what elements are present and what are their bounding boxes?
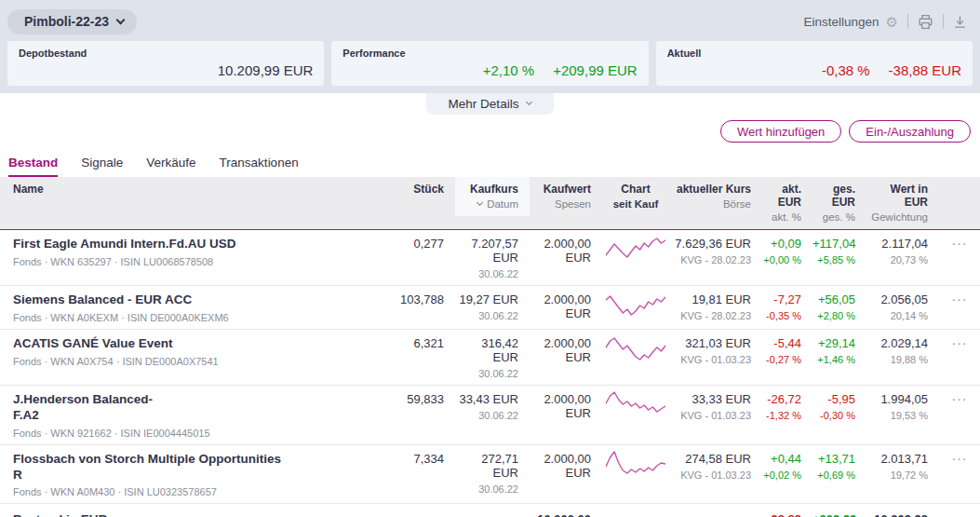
kaufkurs-value: 316,42 EUR [455, 336, 518, 364]
fund-name-link[interactable]: Flossbach von Storch Multiple Opportunit… [13, 452, 375, 483]
download-icon [953, 15, 967, 29]
boerse-date: KVG - 01.03.23 [669, 410, 751, 421]
settings-button[interactable]: Einstellungen ⚙ [803, 15, 898, 29]
summary-cards: Depotbestand 10.209,99 EUR Performance +… [7, 41, 973, 86]
wert-value: 2.117,04 [866, 237, 928, 251]
row-menu-button[interactable]: ··· [952, 237, 968, 250]
col-chart: Chart [602, 183, 669, 196]
row-menu-button[interactable]: ··· [952, 336, 968, 349]
print-button[interactable] [918, 14, 933, 30]
tab-signale[interactable]: Signale [81, 156, 123, 177]
wert-value: 1.994,05 [866, 392, 928, 406]
topbar: Pimboli-22-23 Einstellungen ⚙ [7, 7, 973, 35]
fund-name-link[interactable]: First Eagle Amundi Intern.Fd.AU USD [13, 237, 375, 252]
kaufwert-value: 2.000,00 EUR [530, 293, 602, 320]
fund-name-link[interactable]: ACATIS GANÉ Value Event [13, 336, 375, 352]
table-header: Name Stück Kaufkurs Datum Kaufwert Spese… [0, 177, 980, 230]
akt-eur-value: +0,44 [762, 452, 801, 466]
kaufkurs-value: 19,27 EUR [455, 293, 518, 306]
fund-meta: Fonds · WKN A0X754 · ISIN DE000A0X7541 [13, 356, 375, 367]
akt-pct-value: +0,02 % [762, 469, 801, 481]
akt-pct-value: -0,27 % [762, 354, 801, 365]
tab-transaktionen[interactable]: Transaktionen [220, 156, 299, 177]
kaufkurs-value: 272,71 EUR [455, 452, 518, 480]
kaufkurs-value: 33,43 EUR [455, 392, 518, 406]
portfolio-selector-label: Pimboli-22-23 [24, 14, 109, 29]
table-row: Siemens Balanced - EUR ACC Fonds · WKN A… [0, 286, 980, 330]
ges-pct-value: +2,80 % [812, 310, 855, 321]
boerse-date: KVG - 01.03.23 [669, 354, 751, 365]
sparkline-chart[interactable] [606, 235, 665, 263]
ges-pct-value: +5,85 % [812, 254, 855, 265]
tab-verkaeufe[interactable]: Verkäufe [146, 156, 195, 177]
card-aktuell: Aktuell -0,38 % -38,88 EUR [656, 41, 973, 86]
boerse-date: KVG - 28.02.23 [669, 254, 751, 265]
row-menu-button[interactable]: ··· [952, 392, 968, 405]
akt-eur-value: -7,27 [762, 293, 801, 306]
row-menu-button[interactable]: ··· [952, 293, 968, 306]
akt-pct-value: +0,00 % [762, 254, 801, 265]
sparkline-chart[interactable] [606, 291, 665, 319]
sparkline-chart[interactable] [606, 450, 665, 478]
boerse-date: KVG - 28.02.23 [669, 310, 751, 321]
akt-eur-value: -5,44 [762, 336, 801, 350]
fund-meta: Fonds · WKN A0KEXM · ISIN DE000A0KEXM6 [13, 312, 375, 323]
stueck-value: 59,833 [375, 392, 455, 406]
sort-chevron-down-icon [477, 198, 483, 205]
fund-meta: Fonds · WKN 635297 · ISIN LU0068578508 [13, 256, 375, 267]
gear-icon: ⚙ [886, 15, 898, 29]
col-stueck: Stück [375, 183, 444, 196]
fund-name-link[interactable]: J.Henderson Balanced- F.A2 [13, 392, 375, 424]
akt-eur-value: +0,09 [762, 237, 801, 251]
table-body: First Eagle Amundi Intern.Fd.AU USD Fond… [0, 230, 980, 504]
gewichtung-value: 19,88 % [866, 354, 928, 365]
akt-pct-value: -1,32 % [762, 410, 801, 421]
kurs-value: 274,58 EUR [669, 452, 751, 466]
col-chart-sub: seit Kauf [602, 198, 669, 210]
kauf-datum: 30.06.22 [455, 368, 518, 379]
mehr-details-label: Mehr Details [449, 97, 519, 111]
col-kaufkurs-sorted[interactable]: Kaufkurs Datum [455, 177, 530, 216]
tab-bar: Bestand Signale Verkäufe Transaktionen [0, 143, 980, 177]
table-row: ACATIS GANÉ Value Event Fonds · WKN A0X7… [0, 330, 980, 386]
akt-eur-value: -26,72 [762, 392, 801, 406]
wert-value: 2.056,05 [866, 293, 928, 306]
row-menu-button[interactable]: ··· [952, 452, 968, 465]
portfolio-selector[interactable]: Pimboli-22-23 [7, 9, 137, 34]
kauf-datum: 30.06.22 [455, 268, 518, 279]
tab-bestand[interactable]: Bestand [8, 156, 58, 177]
fund-name-link[interactable]: Siemens Balanced - EUR ACC [13, 293, 375, 308]
depotbestand-label: Depotbestand [19, 48, 313, 59]
col-kaufwert-sub: Spesen [530, 198, 591, 210]
sparkline-chart[interactable] [606, 390, 665, 418]
download-button[interactable] [953, 15, 967, 29]
kaufwert-value: 2.000,00 EUR [530, 237, 602, 265]
ges-eur-value: +13,71 [812, 452, 855, 466]
details-bar: Mehr Details [0, 93, 980, 115]
ges-pct-value: +0,69 % [812, 469, 855, 481]
col-kaufkurs: Kaufkurs [455, 183, 518, 196]
stueck-value: 6,321 [375, 336, 455, 350]
ges-pct-value: -0,30 % [812, 410, 855, 421]
mehr-details-button[interactable]: Mehr Details [426, 93, 555, 115]
add-value-button[interactable]: Wert hinzufügen [720, 120, 841, 143]
aktuell-label: Aktuell [667, 48, 961, 59]
ges-eur-value: +56,05 [812, 293, 855, 306]
ges-eur-value: +29,14 [812, 336, 855, 350]
performance-percent: +2,10 % [483, 62, 534, 78]
bestand-total-label: Bestand in EUR [0, 512, 375, 517]
sparkline-chart[interactable] [606, 334, 665, 362]
wert-value: 2.029,14 [866, 336, 928, 350]
total-kaufwert: 10.000,00 [530, 512, 591, 517]
depotbestand-value: 10.209,99 EUR [218, 62, 314, 78]
col-ges-eur: ges. EUR [812, 183, 855, 209]
ges-pct-value: +1,46 % [812, 354, 855, 365]
stueck-value: 103,788 [375, 293, 455, 306]
deposit-withdraw-button[interactable]: Ein-/Auszahlung [849, 120, 971, 143]
gewichtung-value: 19,72 % [866, 469, 928, 481]
kauf-datum: 30.06.22 [455, 410, 518, 421]
total-wert: 10.209,99 [866, 512, 939, 517]
kurs-value: 19,81 EUR [669, 293, 751, 306]
kaufwert-value: 2.000,00 EUR [530, 336, 602, 364]
portfolio-page: Pimboli-22-23 Einstellungen ⚙ [0, 0, 980, 517]
